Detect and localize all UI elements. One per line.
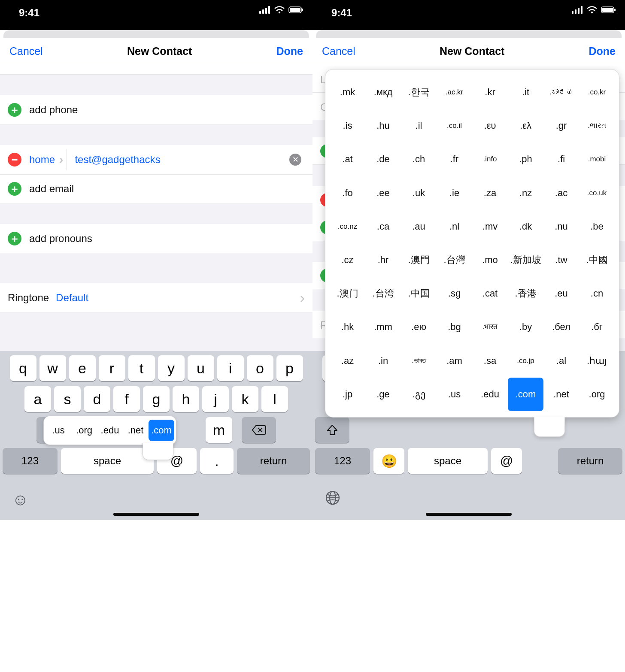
key-l[interactable]: l <box>261 386 288 412</box>
numbers-key[interactable]: 123 <box>3 448 58 474</box>
tld-option[interactable]: .za <box>472 176 508 210</box>
tld-option[interactable]: .is <box>330 109 365 142</box>
tld-option[interactable]: .mobi <box>579 142 615 176</box>
tld-option[interactable]: .co.nz <box>330 210 365 243</box>
tld-option[interactable]: .sa <box>472 344 508 378</box>
key-s[interactable]: s <box>54 386 81 412</box>
content-area[interactable]: L C R qwertyuiop asdfghjkl <box>312 65 625 520</box>
tld-option[interactable]: .mk <box>330 76 365 109</box>
tld-option[interactable]: .com <box>149 420 174 441</box>
tld-option[interactable]: .am <box>437 344 472 378</box>
add-icon[interactable]: ＋ <box>8 232 21 245</box>
tld-option[interactable]: .in <box>365 344 401 378</box>
tld-option[interactable]: .at <box>330 142 365 176</box>
add-phone-row[interactable]: ＋ add phone <box>0 95 312 124</box>
tld-option[interactable]: .co.kr <box>579 76 615 109</box>
tld-option[interactable]: .hu <box>365 109 401 142</box>
tld-option[interactable]: .한국 <box>401 76 437 109</box>
tld-option[interactable]: .de <box>365 142 401 176</box>
tld-option[interactable]: .ευ <box>472 109 508 142</box>
globe-icon[interactable] <box>325 490 341 510</box>
tld-option[interactable]: .cat <box>472 277 508 310</box>
tld-option[interactable]: .hr <box>365 243 401 277</box>
tld-option[interactable]: .us <box>437 378 472 411</box>
key-f[interactable]: f <box>113 386 140 412</box>
tld-option[interactable]: .tw <box>543 243 579 277</box>
tld-option[interactable]: .edu <box>472 378 508 411</box>
tld-option[interactable]: .fo <box>330 176 365 210</box>
add-icon[interactable]: ＋ <box>8 182 21 196</box>
tld-option[interactable]: .cn <box>579 277 615 310</box>
tld-option[interactable]: .ge <box>365 378 401 411</box>
email-label-button[interactable]: home <box>29 154 59 166</box>
cancel-button[interactable]: Cancel <box>322 45 355 58</box>
tld-option[interactable]: .ভাৰত <box>401 344 437 378</box>
tld-option[interactable]: .il <box>401 109 437 142</box>
done-button[interactable]: Done <box>589 45 616 58</box>
tld-option[interactable]: .be <box>579 210 615 243</box>
tld-option[interactable]: .ph <box>508 142 543 176</box>
tld-option[interactable]: .edu <box>97 420 123 441</box>
email-input[interactable]: test@gadgethacks <box>75 154 289 166</box>
tld-option[interactable]: .net <box>123 420 149 441</box>
key-m[interactable]: m <box>206 417 232 443</box>
tld-option[interactable]: .мкд <box>365 76 401 109</box>
key-k[interactable]: k <box>232 386 258 412</box>
key-t[interactable]: t <box>128 355 155 381</box>
tld-option[interactable]: .nl <box>437 210 472 243</box>
tld-option[interactable]: .бел <box>543 310 579 344</box>
tld-option[interactable]: .sg <box>437 277 472 310</box>
tld-option[interactable]: .com <box>508 378 543 411</box>
cancel-button[interactable]: Cancel <box>9 45 43 58</box>
tld-option[interactable]: .jp <box>330 378 365 411</box>
key-h[interactable]: h <box>173 386 199 412</box>
tld-option[interactable]: .fr <box>437 142 472 176</box>
tld-option[interactable]: .ಭಾರತ <box>543 76 579 109</box>
tld-option[interactable]: .გე <box>401 378 437 411</box>
home-indicator[interactable] <box>426 513 512 516</box>
home-indicator[interactable] <box>113 513 199 516</box>
emoji-key[interactable]: 😀 <box>373 448 404 474</box>
tld-popup-large[interactable]: .mk.мкд.한국.ac.kr.kr.it.ಭಾರತ.co.kr.is.hu.… <box>325 70 619 417</box>
tld-option[interactable]: .eu <box>543 277 579 310</box>
tld-option[interactable]: .ee <box>365 176 401 210</box>
key-w[interactable]: w <box>39 355 66 381</box>
tld-option[interactable]: .澳門 <box>401 243 437 277</box>
tld-option[interactable]: .co.jp <box>508 344 543 378</box>
sheet-grabber[interactable] <box>3 30 309 38</box>
sheet-grabber[interactable] <box>316 30 622 38</box>
tld-option[interactable]: .भारत <box>472 310 508 344</box>
tld-option[interactable]: .info <box>472 142 508 176</box>
add-pronouns-row[interactable]: ＋ add pronouns <box>0 224 312 253</box>
tld-option[interactable]: .hk <box>330 310 365 344</box>
tld-option[interactable]: .fi <box>543 142 579 176</box>
dot-key[interactable]: . <box>200 448 234 474</box>
tld-option[interactable]: .ею <box>401 310 437 344</box>
tld-option[interactable]: .dk <box>508 210 543 243</box>
key-e[interactable]: e <box>69 355 96 381</box>
remove-icon[interactable] <box>8 153 21 166</box>
key-p[interactable]: p <box>276 355 303 381</box>
tld-option[interactable]: .al <box>543 344 579 378</box>
backspace-key[interactable] <box>242 417 276 443</box>
key-y[interactable]: y <box>158 355 185 381</box>
key-a[interactable]: a <box>24 386 51 412</box>
tld-option[interactable]: .it <box>508 76 543 109</box>
done-button[interactable]: Done <box>276 45 303 58</box>
tld-option[interactable]: .中國 <box>579 243 615 277</box>
tld-option[interactable]: .ભારત <box>579 109 615 142</box>
tld-option[interactable]: .ac <box>543 176 579 210</box>
ringtone-row[interactable]: Ringtone Default › <box>0 283 312 312</box>
tld-option[interactable]: .mo <box>472 243 508 277</box>
tld-option[interactable]: .nu <box>543 210 579 243</box>
space-key[interactable]: space <box>408 448 488 474</box>
tld-option[interactable]: .org <box>71 420 97 441</box>
tld-option[interactable]: .ελ <box>508 109 543 142</box>
return-key[interactable]: return <box>558 448 622 474</box>
tld-option[interactable]: .mv <box>472 210 508 243</box>
return-key[interactable]: return <box>237 448 310 474</box>
add-email-row[interactable]: ＋ add email <box>0 174 312 203</box>
tld-option[interactable]: .澳门 <box>330 277 365 310</box>
key-q[interactable]: q <box>10 355 36 381</box>
tld-option[interactable]: .co.il <box>437 109 472 142</box>
